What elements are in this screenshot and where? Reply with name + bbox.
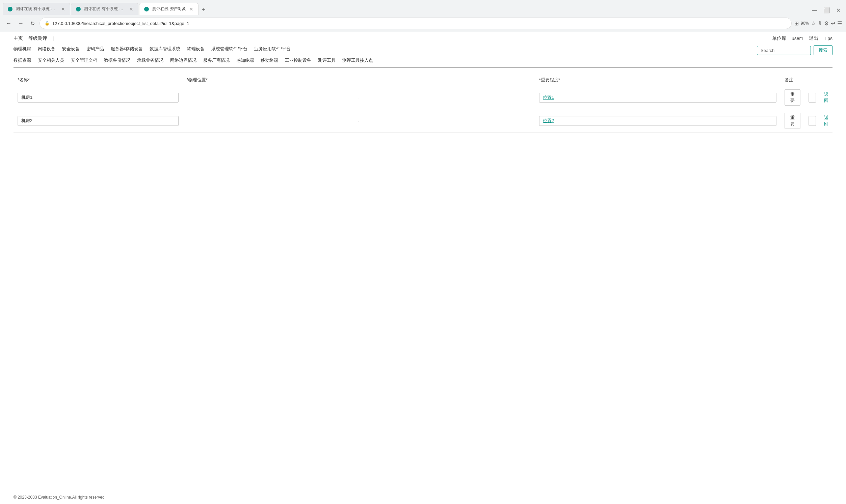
cat-vendor-status[interactable]: 服务厂商情况 <box>203 57 230 64</box>
cat-system-mgmt[interactable]: 系统管理软件/平台 <box>211 46 248 52</box>
tab-3-title: -测评在线-资产对象 <box>151 6 186 12</box>
cat-server-storage[interactable]: 服务器/存储设备 <box>111 46 143 52</box>
tab-3-close[interactable]: ✕ <box>189 6 193 12</box>
security-icon: 🔒 <box>45 21 50 25</box>
category-row-1: 物理机房 网络设备 安全设备 密码产品 服务器/存储设备 数据库管理系统 终端设… <box>14 46 757 52</box>
col-header-name: *名称* <box>14 74 183 86</box>
search-input[interactable] <box>757 46 811 55</box>
nav-user[interactable]: user1 <box>792 36 804 41</box>
row2-importance-cell: 重要 <box>780 109 805 132</box>
tab-1[interactable]: -测评在线-有个系统-资产对象 ✕ <box>3 3 70 15</box>
tab-2[interactable]: -测评在线-有个系统-资产对象 ✕ <box>71 3 138 15</box>
nav-unit-library[interactable]: 单位库 <box>772 35 786 41</box>
cat-network-equipment[interactable]: 网络设备 <box>38 46 55 52</box>
table-row: · 重要 返回 <box>14 86 832 109</box>
cat-industrial-control[interactable]: 工业控制设备 <box>285 57 311 64</box>
table-area: *名称* *物理位置* *重要程度* 备注 · <box>0 68 846 488</box>
cat-crypto-product[interactable]: 密码产品 <box>86 46 104 52</box>
address-bar-row: ← → ↻ 🔒 127.0.0.1:8000/hierarchical_prot… <box>0 15 846 32</box>
row2-location-cell <box>535 109 780 132</box>
bookmark-icon[interactable]: ☆ <box>811 20 816 26</box>
search-button[interactable]: 搜索 <box>814 45 832 55</box>
row2-note-input[interactable] <box>809 116 816 126</box>
cat-security-equipment[interactable]: 安全设备 <box>62 46 80 52</box>
second-nav-row: 数据资源 安全相关人员 安全管理文档 数据备份情况 承载业务情况 网络边界情况 … <box>14 57 832 68</box>
row1-dot-separator-cell: · <box>183 86 535 109</box>
cat-network-border[interactable]: 网络边界情况 <box>170 57 196 64</box>
tab-2-icon <box>76 7 81 12</box>
cat-security-docs[interactable]: 安全管理文档 <box>71 57 97 64</box>
row2-action-cell: 返回 <box>820 109 832 132</box>
col-header-location: *物理位置* <box>183 74 535 86</box>
reload-button[interactable]: ↻ <box>28 19 37 28</box>
row1-action-cell: 返回 <box>820 86 832 109</box>
row1-location-cell <box>535 86 780 109</box>
nav-divider: | <box>53 36 54 41</box>
top-nav-right: 单位库 user1 退出 Tips <box>772 35 832 41</box>
nav-logout[interactable]: 退出 <box>809 35 818 41</box>
tab-2-close[interactable]: ✕ <box>129 6 133 12</box>
tab-2-title: -测评在线-有个系统-资产对象 <box>83 6 126 12</box>
row1-importance-button[interactable]: 重要 <box>785 89 800 106</box>
cat-security-personnel[interactable]: 安全相关人员 <box>38 57 64 64</box>
tab-3[interactable]: -测评在线-资产对象 ✕ <box>139 3 198 15</box>
cat-data-resource[interactable]: 数据资源 <box>14 57 31 64</box>
menu-icon[interactable]: ☰ <box>837 20 842 26</box>
tab-3-icon <box>144 7 149 12</box>
row1-location-input[interactable] <box>539 93 776 103</box>
minimize-button[interactable]: — <box>809 6 820 15</box>
browser-toolbar: ⊞ 90% ☆ ⇩ ⚙ ↩ ☰ <box>794 20 842 26</box>
tab-bar: -测评在线-有个系统-资产对象 ✕ -测评在线-有个系统-资产对象 ✕ -测评在… <box>0 0 846 15</box>
cat-business-load[interactable]: 承载业务情况 <box>137 57 163 64</box>
table-body: · 重要 返回 <box>14 86 832 132</box>
table-row: · 重要 返回 <box>14 109 832 132</box>
close-window-button[interactable]: ✕ <box>833 6 843 15</box>
row2-return-button[interactable]: 返回 <box>824 115 828 127</box>
back-button[interactable]: ← <box>4 19 14 28</box>
history-back-icon[interactable]: ↩ <box>831 20 835 26</box>
nav-tips[interactable]: Tips <box>824 36 832 41</box>
row1-importance-cell: 重要 <box>780 86 805 109</box>
top-navigation: 主页 等级测评 | 单位库 user1 退出 Tips <box>0 32 846 45</box>
cat-data-backup[interactable]: 数据备份情况 <box>104 57 130 64</box>
row2-dot-separator-cell: · <box>183 109 535 132</box>
row1-name-input[interactable] <box>18 93 179 103</box>
cat-physical-room[interactable]: 物理机房 <box>14 46 31 52</box>
address-bar[interactable]: 🔒 127.0.0.1:8000/hierarchical_protection… <box>39 18 792 29</box>
row2-importance-button[interactable]: 重要 <box>785 113 800 129</box>
cat-database[interactable]: 数据库管理系统 <box>149 46 180 52</box>
footer: © 2023-2033 Evaluation_Online.All rights… <box>0 488 846 504</box>
cat-perception-terminal[interactable]: 感知终端 <box>236 57 254 64</box>
download-icon[interactable]: ⇩ <box>818 20 822 26</box>
table-header: *名称* *物理位置* *重要程度* 备注 <box>14 74 832 86</box>
app-content: 主页 等级测评 | 单位库 user1 退出 Tips 物理机房 网络设备 安全… <box>0 32 846 504</box>
zoom-level: 90% <box>801 21 809 25</box>
tab-1-close[interactable]: ✕ <box>61 6 65 12</box>
row1-dot: · <box>357 95 360 100</box>
row2-note-cell <box>805 109 820 132</box>
cat-eval-tool-entry[interactable]: 测评工具接入点 <box>342 57 373 64</box>
cat-terminal[interactable]: 终端设备 <box>187 46 205 52</box>
row2-location-input[interactable] <box>539 116 776 126</box>
cat-eval-tool[interactable]: 测评工具 <box>318 57 336 64</box>
row1-note-input[interactable] <box>809 93 816 103</box>
col-header-importance: *重要程度* <box>535 74 780 86</box>
cat-business-app[interactable]: 业务应用软件/平台 <box>254 46 291 52</box>
col-header-action <box>805 74 820 86</box>
search-area: 搜索 <box>757 45 832 55</box>
cat-mobile-terminal[interactable]: 移动终端 <box>261 57 278 64</box>
first-nav-row: 物理机房 网络设备 安全设备 密码产品 服务器/存储设备 数据库管理系统 终端设… <box>14 45 832 55</box>
settings-icon[interactable]: ⚙ <box>824 20 829 26</box>
nav-evaluation[interactable]: 等级测评 <box>28 35 47 41</box>
restore-button[interactable]: ⬜ <box>821 6 833 15</box>
row1-return-button[interactable]: 返回 <box>824 91 828 104</box>
forward-button[interactable]: → <box>16 19 26 28</box>
new-tab-button[interactable]: + <box>199 5 208 15</box>
nav-home[interactable]: 主页 <box>14 35 23 41</box>
row1-name-cell <box>14 86 183 109</box>
col-header-note: 备注 <box>780 74 805 86</box>
row2-name-input[interactable] <box>18 116 179 126</box>
category-nav-wrapper: 物理机房 网络设备 安全设备 密码产品 服务器/存储设备 数据库管理系统 终端设… <box>0 45 846 68</box>
extensions-icon: ⊞ <box>794 20 799 26</box>
footer-text: © 2023-2033 Evaluation_Online.All rights… <box>14 495 106 500</box>
